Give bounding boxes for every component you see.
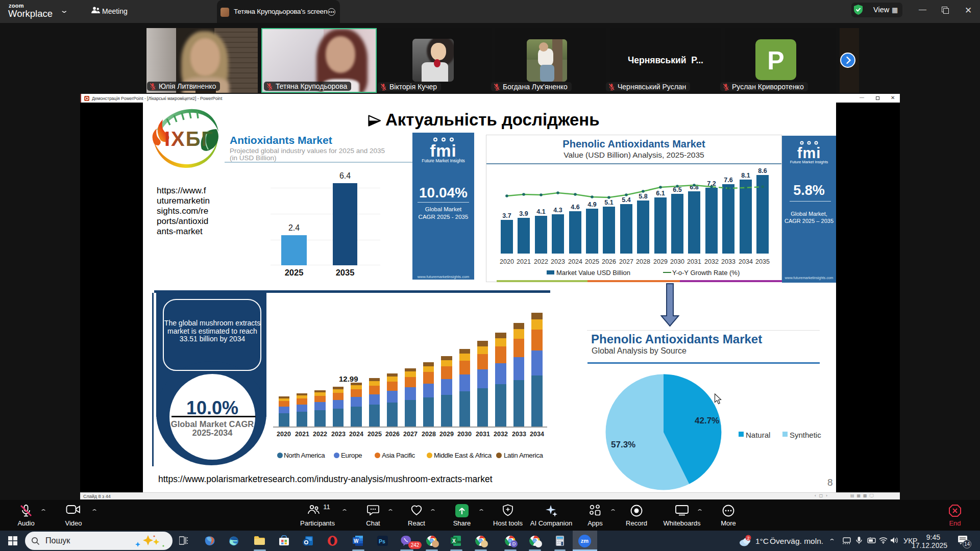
svg-text:X: X (452, 538, 456, 544)
svg-text:W: W (354, 538, 359, 544)
svg-text:2: 2 (747, 536, 750, 541)
svg-text:Ps: Ps (379, 538, 385, 544)
svg-text:ІХБГ: ІХБГ (164, 128, 213, 150)
